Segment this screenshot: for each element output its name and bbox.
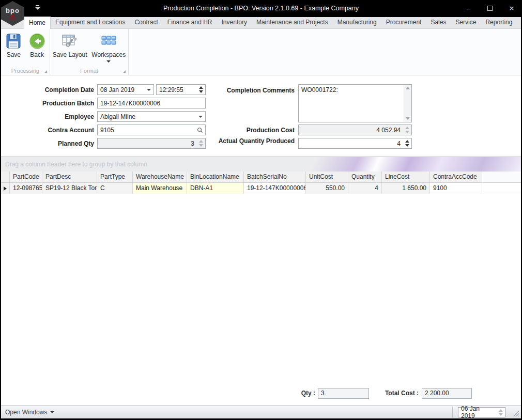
- cell-partdesc[interactable]: SP19-12 Black Toner: [42, 183, 97, 194]
- column-header-parttype[interactable]: PartType: [97, 172, 133, 182]
- open-windows-arrow-icon: [50, 411, 54, 413]
- row-filler: [482, 183, 521, 194]
- qty-summary-box[interactable]: 3: [318, 388, 369, 399]
- scroll-up-icon[interactable]: [406, 87, 410, 89]
- row-indicator-header: [1, 172, 10, 182]
- resize-grip[interactable]: [513, 410, 519, 416]
- minimize-button[interactable]: –: [464, 5, 472, 12]
- tab-equipment-and-locations[interactable]: Equipment and Locations: [51, 17, 130, 28]
- contra-account-value: 9105: [98, 127, 195, 134]
- status-date-spin-icons[interactable]: [497, 408, 505, 417]
- tab-home[interactable]: Home: [24, 17, 51, 29]
- production-batch-field[interactable]: 19-12-147K00000006: [97, 98, 206, 108]
- production-cost-spin-icons: [403, 125, 411, 135]
- ribbon: Save Back Processing: [1, 29, 521, 75]
- tab-manufacturing[interactable]: Manufacturing: [333, 17, 381, 28]
- tab-reporting[interactable]: Reporting: [481, 17, 517, 28]
- production-batch-value: 19-12-147K00000006: [98, 100, 205, 107]
- cell-contraacccode[interactable]: 9100: [430, 183, 482, 194]
- ribbon-tab-bar: Home Equipment and Locations Contract Fi…: [1, 17, 521, 29]
- tab-utilities[interactable]: Utilities: [517, 17, 522, 28]
- actual-quantity-spin-icons[interactable]: [403, 138, 411, 148]
- completion-time-value: 12:29:55: [157, 86, 197, 94]
- completion-form: Completion Date 08 Jan 2019 12:29:55 Pro…: [1, 75, 521, 157]
- column-header-partdesc[interactable]: PartDesc: [42, 172, 97, 182]
- grid-summary-row: Qty : 3 Total Cost : 2 200.00: [1, 388, 521, 400]
- processing-group-expander-icon[interactable]: [44, 70, 47, 73]
- window-title: Production Completion - BPO: Version 2.1…: [0, 0, 522, 17]
- column-header-unitcost[interactable]: UnitCost: [306, 172, 348, 182]
- save-button-label: Save: [7, 51, 21, 58]
- status-date-spinner[interactable]: 06 Jan 2019: [458, 407, 505, 417]
- column-header-binlocationname[interactable]: BinLocationName: [187, 172, 244, 182]
- ribbon-group-format-caption: Format: [50, 68, 128, 74]
- tab-service[interactable]: Service: [451, 17, 481, 28]
- group-by-hint-text: Drag a column header here to group by th…: [5, 161, 147, 168]
- planned-qty-label: Planned Qty: [1, 140, 94, 147]
- qty-summary-label: Qty :: [259, 388, 315, 399]
- employee-label: Employee: [1, 113, 94, 120]
- cell-partcode[interactable]: 12-098765: [10, 183, 42, 194]
- cell-linecost[interactable]: 1 650.00: [382, 183, 430, 194]
- bpo-logo-text: bpo: [6, 8, 20, 14]
- production-batch-label: Production Batch: [1, 100, 94, 107]
- cell-binlocationname[interactable]: DBN-A1: [187, 183, 244, 194]
- scroll-down-icon[interactable]: [406, 117, 410, 120]
- cell-parttype[interactable]: C: [97, 183, 133, 194]
- save-layout-button[interactable]: Save Layout: [51, 32, 89, 64]
- cell-batchserialno[interactable]: 19-12-147K00000006: [244, 183, 306, 194]
- completion-time-spinner[interactable]: 12:29:55: [156, 84, 206, 95]
- column-header-contraacccode[interactable]: ContraAccCode: [430, 172, 482, 182]
- tab-contract[interactable]: Contract: [130, 17, 162, 28]
- column-header-partcode[interactable]: PartCode: [10, 172, 42, 182]
- production-cost-value: 4 052.94: [299, 127, 403, 134]
- completion-comments-label: Completion Comments: [202, 87, 295, 94]
- cell-quantity[interactable]: 4: [348, 183, 382, 194]
- titlebar: Production Completion - BPO: Version 2.1…: [0, 0, 522, 17]
- close-button[interactable]: ✕: [508, 5, 516, 12]
- tab-maintenance-and-projects[interactable]: Maintenance and Projects: [252, 17, 333, 28]
- bpo-logo-ring-icon: [10, 15, 15, 20]
- employee-dropdown-icon[interactable]: [196, 112, 205, 121]
- employee-combo[interactable]: Abigail Milne: [97, 111, 206, 122]
- save-layout-button-label: Save Layout: [53, 51, 87, 58]
- cell-warehousename[interactable]: Main Warehouse: [133, 183, 187, 194]
- completion-date-picker[interactable]: 08 Jan 2019: [97, 84, 154, 95]
- grid-header-row: PartCode PartDesc PartType WarehouseName…: [1, 172, 521, 183]
- workspaces-dropdown-icon[interactable]: [106, 60, 111, 63]
- save-button[interactable]: Save: [3, 32, 24, 60]
- completion-date-label: Completion Date: [1, 86, 94, 94]
- back-button-label: Back: [30, 51, 44, 58]
- planned-qty-value: 3: [98, 140, 197, 147]
- actual-quantity-produced-spinner[interactable]: 4: [298, 138, 412, 149]
- grid-data-row[interactable]: 12-098765 SP19-12 Black Toner C Main War…: [1, 183, 521, 194]
- column-header-linecost[interactable]: LineCost: [382, 172, 430, 182]
- column-header-warehousename[interactable]: WarehouseName: [133, 172, 187, 182]
- completion-comments-textarea[interactable]: WO0001722:: [298, 84, 412, 122]
- contra-account-field[interactable]: 9105: [97, 125, 206, 135]
- cell-unitcost[interactable]: 550.00: [306, 183, 348, 194]
- completion-date-dropdown-icon[interactable]: [144, 85, 153, 95]
- total-cost-summary-label: Total Cost :: [363, 388, 419, 399]
- planned-qty-spinner: 3: [97, 138, 206, 149]
- maximize-button[interactable]: [486, 5, 494, 12]
- tab-sales[interactable]: Sales: [426, 17, 451, 28]
- current-row-arrow-icon: [4, 186, 7, 191]
- tab-inventory[interactable]: Inventory: [217, 17, 252, 28]
- qty-summary-value: 3: [321, 390, 325, 397]
- grid-group-by-panel[interactable]: Drag a column header here to group by th…: [1, 157, 521, 172]
- tab-procurement[interactable]: Procurement: [381, 17, 426, 28]
- app-body: Home Equipment and Locations Contract Fi…: [1, 17, 521, 418]
- tab-finance-and-hr[interactable]: Finance and HR: [163, 17, 217, 28]
- back-button[interactable]: Back: [26, 32, 48, 60]
- open-windows-dropdown[interactable]: Open Windows: [5, 406, 54, 418]
- format-group-expander-icon[interactable]: [123, 70, 126, 73]
- workspaces-button[interactable]: Workspaces: [89, 32, 128, 64]
- total-cost-summary-value: 2 200.00: [425, 390, 449, 397]
- column-header-quantity[interactable]: Quantity: [348, 172, 382, 182]
- completion-date-value: 08 Jan 2019: [98, 86, 144, 94]
- comments-scrollbar[interactable]: [404, 85, 411, 122]
- total-cost-summary-box[interactable]: 2 200.00: [422, 388, 472, 399]
- column-header-batchserialno[interactable]: BatchSerialNo: [244, 172, 306, 182]
- production-cost-label: Production Cost: [202, 127, 295, 134]
